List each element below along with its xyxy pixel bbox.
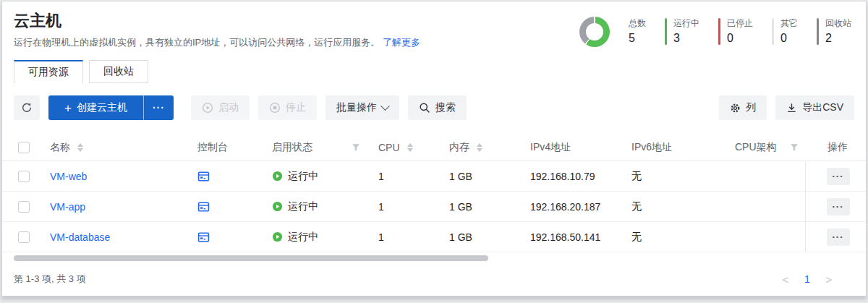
donut-chart [579, 17, 610, 47]
page-title: 云主机 [14, 11, 420, 31]
sort-icon[interactable] [407, 143, 413, 152]
filter-icon[interactable] [790, 143, 799, 152]
row-checkbox[interactable] [18, 171, 30, 182]
refresh-icon [21, 102, 33, 114]
col-cpu-label: CPU [378, 142, 400, 153]
console-icon[interactable] [197, 231, 210, 243]
start-button[interactable]: 启动 [191, 95, 250, 120]
vm-name-link[interactable]: VM-database [50, 231, 110, 243]
table-row: VM-web 运行中 [2, 161, 866, 192]
stat-running: 运行中 3 [665, 18, 699, 45]
vm-table: 名称 控制台 启用状态 CPU 内存 IPv4地址 [2, 134, 866, 252]
stat-other: 其它 0 [772, 18, 798, 45]
status-text: 运行中 [288, 170, 318, 183]
table-footer: 第 1-3 项, 共 3 项 < 1 > [2, 263, 866, 295]
chevron-down-icon [380, 101, 390, 111]
col-console-label: 控制台 [197, 141, 228, 154]
start-label: 启动 [218, 101, 239, 114]
col-arch-label: CPU架构 [735, 141, 777, 154]
stat-color-bar [665, 18, 667, 45]
search-label: 搜索 [435, 101, 456, 114]
stat-color-bar [718, 18, 720, 45]
stat-label: 总数 [629, 18, 646, 29]
export-csv-label: 导出CSV [802, 101, 843, 114]
table-header-row: 名称 控制台 启用状态 CPU 内存 IPv4地址 [2, 134, 866, 161]
tab-available-resources[interactable]: 可用资源 [14, 60, 83, 83]
stat-label: 运行中 [673, 18, 699, 29]
export-csv-button[interactable]: 导出CSV [775, 95, 854, 120]
stat-label: 已停止 [727, 18, 753, 29]
create-split-button: + 创建云主机 ··· [48, 95, 174, 120]
row-checkbox[interactable] [18, 231, 30, 243]
col-memory-label: 内存 [449, 141, 469, 154]
stat-stopped: 已停止 0 [718, 18, 753, 45]
col-actions-label: 操作 [827, 141, 848, 154]
memory-value: 1 GB [438, 231, 519, 243]
scrollbar-thumb[interactable] [14, 255, 488, 261]
memory-value: 1 GB [438, 201, 519, 213]
stat-value: 2 [825, 32, 851, 45]
ipv6-value: 无 [620, 231, 723, 244]
console-icon[interactable] [197, 171, 210, 182]
gear-icon [730, 103, 741, 114]
create-vm-button[interactable]: + 创建云主机 [48, 95, 143, 120]
row-actions-button[interactable]: ··· [827, 198, 850, 215]
cloud-vm-page: 云主机 运行在物理机上的虚拟机实例，具有独立的IP地址，可以访问公共网络，运行应… [1, 1, 867, 296]
status-text: 运行中 [288, 200, 318, 213]
col-ipv6-label: IPv6地址 [631, 141, 672, 154]
stop-circle-icon [269, 102, 281, 114]
tab-recycle-bin[interactable]: 回收站 [89, 60, 148, 83]
vm-name-link[interactable]: VM-app [50, 201, 85, 213]
table-row: VM-database 运 [2, 222, 866, 252]
ellipsis-icon: ··· [833, 231, 844, 242]
refresh-button[interactable] [14, 95, 40, 120]
ipv4-value: 192.168.10.79 [519, 171, 620, 182]
row-actions-button[interactable]: ··· [827, 229, 850, 246]
play-circle-icon [202, 102, 213, 114]
horizontal-scrollbar [14, 255, 866, 261]
columns-button[interactable]: 列 [719, 95, 767, 120]
tab-bar: 可用资源 回收站 [2, 60, 866, 83]
col-ipv6: IPv6地址 [620, 141, 723, 154]
row-actions-button[interactable]: ··· [827, 168, 850, 185]
items-summary: 第 1-3 项, 共 3 项 [14, 273, 86, 286]
batch-actions-label: 批量操作 [336, 101, 377, 114]
toolbar: + 创建云主机 ··· 启动 停止 [2, 83, 866, 120]
learn-more-link[interactable]: 了解更多 [383, 37, 420, 48]
vm-name-link[interactable]: VM-web [50, 171, 87, 182]
filter-icon[interactable] [352, 143, 360, 152]
search-icon [419, 102, 430, 114]
col-status: 启用状态 [260, 141, 367, 154]
stop-button[interactable]: 停止 [258, 95, 317, 120]
row-checkbox[interactable] [18, 201, 30, 213]
columns-label: 列 [746, 101, 756, 114]
ipv4-value: 192.168.20.187 [519, 201, 620, 213]
select-all-checkbox[interactable] [18, 142, 30, 153]
stat-recycle: 回收站 2 [817, 18, 851, 45]
col-name-label: 名称 [50, 141, 70, 154]
ellipsis-icon: ··· [833, 201, 844, 212]
running-status-icon [272, 171, 283, 182]
col-console: 控制台 [186, 141, 260, 154]
page-header: 云主机 运行在物理机上的虚拟机实例，具有独立的IP地址，可以访问公共网络，运行应… [2, 1, 866, 49]
create-vm-label: 创建云主机 [77, 101, 127, 114]
batch-actions-button[interactable]: 批量操作 [326, 95, 399, 120]
create-more-button[interactable]: ··· [143, 95, 174, 120]
col-actions: 操作 [805, 134, 868, 161]
download-icon [786, 103, 797, 114]
search-button[interactable]: 搜索 [408, 95, 467, 120]
col-memory: 内存 [438, 141, 519, 154]
plus-icon: + [64, 102, 72, 114]
cpu-value: 1 [367, 231, 438, 243]
col-ipv4-label: IPv4地址 [530, 141, 571, 154]
console-icon[interactable] [197, 201, 210, 213]
status-text: 运行中 [288, 231, 318, 244]
stat-value: 0 [727, 32, 753, 45]
page-number-current[interactable]: 1 [799, 273, 815, 285]
stat-total: 总数 5 [629, 18, 646, 45]
col-ipv4: IPv4地址 [519, 141, 620, 154]
next-page-button[interactable]: > [821, 273, 837, 286]
sort-icon[interactable] [77, 143, 83, 152]
prev-page-button[interactable]: < [778, 273, 793, 286]
sort-icon[interactable] [477, 143, 482, 152]
